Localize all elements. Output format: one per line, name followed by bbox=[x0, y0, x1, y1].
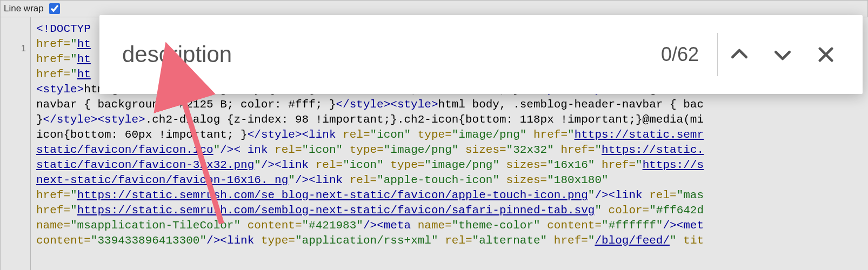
line-wrap-checkbox[interactable] bbox=[49, 3, 60, 14]
close-icon bbox=[816, 44, 836, 65]
find-next-button[interactable] bbox=[761, 33, 804, 76]
chevron-up-icon bbox=[729, 44, 750, 65]
chevron-down-icon bbox=[772, 44, 793, 65]
find-in-page-bar: 0/62 bbox=[99, 15, 863, 94]
line-number: 1 bbox=[1, 41, 30, 56]
find-match-counter: 0/62 bbox=[643, 43, 717, 66]
line-gutter: 1 bbox=[1, 17, 31, 270]
find-close-button[interactable] bbox=[804, 33, 847, 76]
find-prev-button[interactable] bbox=[718, 33, 761, 76]
find-input[interactable] bbox=[121, 41, 643, 68]
line-wrap-label: Line wrap bbox=[4, 3, 44, 14]
